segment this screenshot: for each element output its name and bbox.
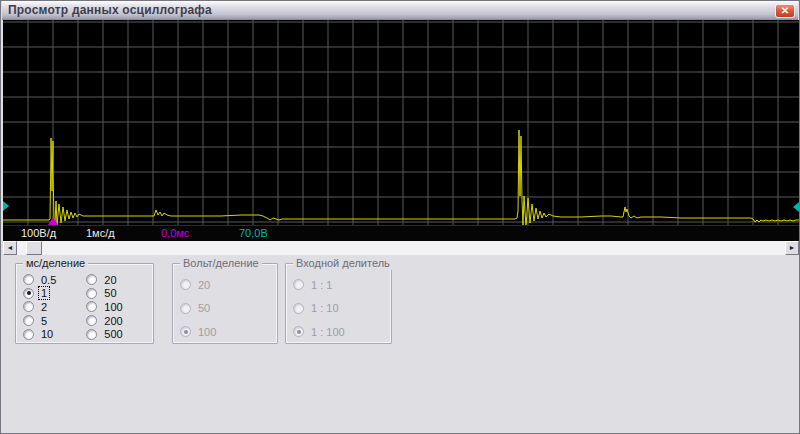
radio-button-icon — [293, 326, 304, 337]
radio-option-ms-division-2[interactable]: 2 — [23, 300, 58, 314]
radio-option-label: 200 — [102, 315, 124, 327]
radio-button-icon[interactable] — [23, 274, 34, 285]
oscilloscope-svg — [3, 20, 799, 225]
radio-option-ms-division-200[interactable]: 200 — [86, 314, 124, 328]
arrow-right-icon: ► — [789, 244, 796, 251]
radio-button-icon[interactable] — [86, 274, 97, 285]
radio-button-icon[interactable] — [86, 315, 97, 326]
radio-button-icon — [293, 279, 304, 290]
group-input-divider-label: Входной делитель — [293, 257, 393, 270]
radio-button-icon — [180, 303, 191, 314]
group-volt-division: Вольт/деление 2050100 — [172, 263, 278, 344]
status-volts-per-div: 100В/д — [21, 226, 56, 241]
radio-option-volt-division-20: 20 — [180, 273, 218, 297]
radio-column: 2050100200500 — [86, 273, 124, 341]
oscilloscope-viewer-window: Просмотр данных осциллографа ✕ 100В/д 1м… — [0, 0, 800, 434]
group-input-divider: Входной делитель 1 : 11 : 101 : 100 — [285, 263, 392, 344]
close-button[interactable]: ✕ — [775, 4, 795, 18]
radio-option-ms-division-20[interactable]: 20 — [86, 273, 124, 287]
radio-option-input-divider-11: 1 : 1 — [293, 273, 347, 297]
radio-option-label: 100 — [102, 301, 124, 313]
window-title: Просмотр данных осциллографа — [8, 3, 212, 17]
oscilloscope-display[interactable] — [3, 20, 799, 225]
group-ms-division: мс/деление 0.5125102050100200500 — [15, 263, 154, 344]
radio-option-label: 100 — [196, 326, 218, 338]
trigger-level-marker-left[interactable] — [3, 201, 9, 211]
radio-button-icon — [180, 326, 191, 337]
radio-option-label: 5 — [39, 315, 49, 327]
radio-button-icon[interactable] — [23, 329, 34, 340]
radio-column: 2050100 — [180, 273, 218, 344]
radio-button-icon[interactable] — [23, 315, 34, 326]
controls-panel: мс/деление 0.5125102050100200500 Вольт/д… — [2, 255, 800, 434]
radio-option-ms-division-500[interactable]: 500 — [86, 327, 124, 341]
radio-button-icon — [180, 279, 191, 290]
status-time-per-div: 1мс/д — [86, 226, 115, 241]
scroll-right-button[interactable]: ► — [785, 241, 799, 255]
radio-option-label: 2 — [39, 301, 49, 313]
group-volt-division-label: Вольт/деление — [180, 257, 262, 270]
radio-button-icon[interactable] — [86, 301, 97, 312]
radio-option-ms-division-100[interactable]: 100 — [86, 300, 124, 314]
radio-button-icon — [293, 303, 304, 314]
radio-option-volt-division-50: 50 — [180, 297, 218, 321]
radio-option-label: 10 — [39, 328, 55, 340]
radio-option-label: 0.5 — [39, 274, 58, 286]
status-marker-time: 0,0мс — [161, 226, 189, 241]
radio-option-ms-division-1[interactable]: 1 — [23, 287, 58, 301]
radio-option-label: 20 — [102, 274, 118, 286]
scrollbar-thumb[interactable] — [26, 241, 42, 255]
radio-option-label: 50 — [102, 287, 118, 299]
radio-button-icon[interactable] — [86, 329, 97, 340]
titlebar[interactable]: Просмотр данных осциллографа ✕ — [2, 1, 798, 20]
trigger-level-marker-right[interactable] — [793, 202, 799, 212]
radio-option-label: 1 : 1 — [309, 279, 334, 291]
radio-button-icon[interactable] — [86, 288, 97, 299]
arrow-left-icon: ◄ — [7, 244, 14, 251]
radio-option-ms-division-0.5[interactable]: 0.5 — [23, 273, 58, 287]
radio-option-ms-division-5[interactable]: 5 — [23, 314, 58, 328]
radio-option-volt-division-100: 100 — [180, 320, 218, 344]
radio-option-label: 20 — [196, 279, 212, 291]
radio-option-input-divider-1100: 1 : 100 — [293, 320, 347, 344]
radio-button-icon[interactable] — [23, 288, 34, 299]
status-marker-volts: 70,0В — [239, 226, 268, 241]
status-bar: 100В/д 1мс/д 0,0мс 70,0В — [3, 225, 799, 241]
radio-option-ms-division-50[interactable]: 50 — [86, 287, 124, 301]
radio-option-input-divider-110: 1 : 10 — [293, 297, 347, 321]
radio-option-label: 1 : 100 — [309, 326, 347, 338]
radio-column: 0.512510 — [23, 273, 58, 341]
horizontal-scrollbar[interactable]: ◄ ► — [3, 241, 799, 255]
radio-option-label: 500 — [102, 328, 124, 340]
radio-option-label: 1 — [39, 287, 49, 299]
radio-option-label: 50 — [196, 302, 212, 314]
waveform-trace — [3, 130, 799, 225]
close-icon: ✕ — [781, 5, 789, 16]
group-ms-division-label: мс/деление — [23, 257, 88, 270]
radio-option-ms-division-10[interactable]: 10 — [23, 327, 58, 341]
scroll-left-button[interactable]: ◄ — [3, 241, 17, 255]
radio-button-icon[interactable] — [23, 301, 34, 312]
radio-option-label: 1 : 10 — [309, 302, 341, 314]
radio-column: 1 : 11 : 101 : 100 — [293, 273, 347, 344]
